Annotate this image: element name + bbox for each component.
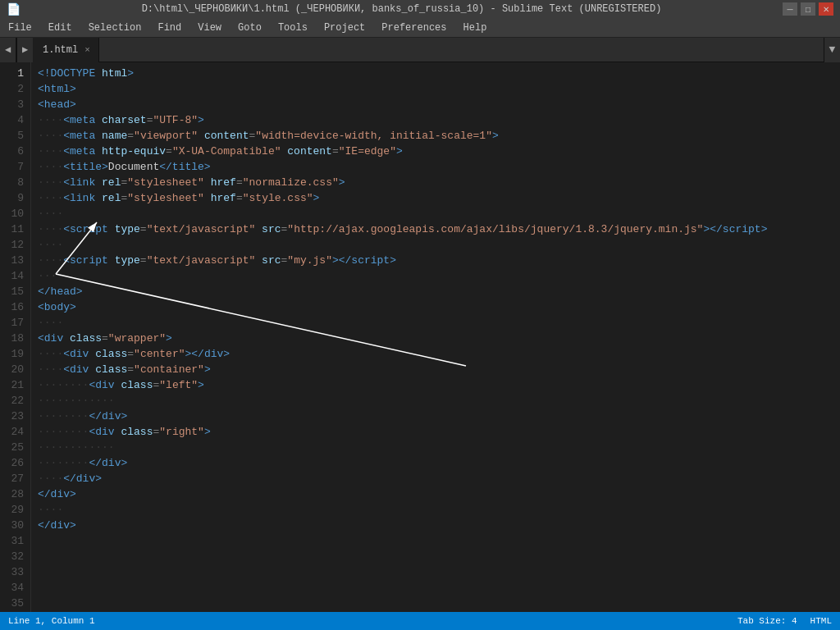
code-line-23: ········</div> [38,409,840,424]
tab-nav-right[interactable]: ▶ [16,38,33,62]
tab-dropdown[interactable]: ▼ [824,38,840,62]
line-num-9: 9 [3,190,24,206]
line-num-35: 35 [3,596,24,611]
maximize-button[interactable]: □ [801,2,815,16]
menu-bar: File Edit Selection Find View Goto Tools… [0,18,840,38]
line-num-6: 6 [3,144,24,159]
line-num-33: 33 [3,564,24,580]
menu-find[interactable]: Find [149,18,189,37]
code-line-6: ····<meta http-equiv="X-UA-Compatible" c… [38,144,840,159]
tab-size[interactable]: Tab Size: 4 [737,616,797,626]
code-line-7: ····<title>Document</title> [38,159,840,175]
line-num-1: 1 [3,66,24,81]
code-line-2: <html> [38,81,840,97]
menu-view[interactable]: View [189,18,230,37]
code-line-22: ············ [38,393,840,409]
line-num-21: 21 [3,377,24,393]
code-line-4: ····<meta charset="UTF-8"> [38,112,840,128]
code-line-14: ···· [38,268,840,284]
code-line-32 [38,549,840,564]
menu-file[interactable]: File [0,18,40,37]
line-num-8: 8 [3,175,24,190]
tab-label: 1.html [43,44,78,56]
code-line-21: ········<div class="left"> [38,377,840,393]
code-line-25: ············ [38,440,840,455]
code-area[interactable]: <!DOCTYPE html> <html> <head> ····<meta … [31,62,840,612]
line-num-26: 26 [3,455,24,471]
code-line-20: ····<div class="container"> [38,362,840,377]
title-bar-controls: ─ □ ✕ [783,2,833,16]
line-num-30: 30 [3,518,24,533]
title-bar: 📄 D:\html\_ЧЕРНОВИКИ\1.html (_ЧЕРНОВИКИ,… [0,0,840,18]
line-num-25: 25 [3,440,24,455]
code-line-9: ····<link rel="stylesheet" href="style.c… [38,190,840,206]
line-num-11: 11 [3,221,24,237]
menu-goto[interactable]: Goto [230,18,270,37]
line-num-23: 23 [3,409,24,424]
menu-selection[interactable]: Selection [80,18,150,37]
line-num-20: 20 [3,362,24,377]
code-line-19: ····<div class="center"></div> [38,346,840,362]
line-num-5: 5 [3,128,24,144]
line-num-29: 29 [3,502,24,518]
menu-help[interactable]: Help [455,18,495,37]
code-line-18: <div class="wrapper"> [38,331,840,346]
line-num-14: 14 [3,268,24,284]
cursor-position: Line 1, Column 1 [8,616,95,626]
code-line-30: </div> [38,518,840,533]
title-bar-title: D:\html\_ЧЕРНОВИКИ\1.html (_ЧЕРНОВИКИ, b… [21,3,783,15]
code-line-15: </head> [38,284,840,299]
menu-project[interactable]: Project [316,18,373,37]
line-numbers: 1 2 3 4 5 6 7 8 9 10 11 12 13 14 15 16 1… [0,62,31,612]
line-num-32: 32 [3,549,24,564]
code-line-17: ···· [38,315,840,331]
line-num-22: 22 [3,393,24,409]
status-right: Tab Size: 4 HTML [737,616,832,626]
tab-close-button[interactable]: × [84,45,90,55]
code-line-34 [38,580,840,596]
line-num-4: 4 [3,112,24,128]
code-line-13: ····<script type="text/javascript" src="… [38,253,840,268]
menu-edit[interactable]: Edit [40,18,80,37]
close-button[interactable]: ✕ [819,2,833,16]
tab-nav-left[interactable]: ◀ [0,38,16,62]
editor: 1 2 3 4 5 6 7 8 9 10 11 12 13 14 15 16 1… [0,62,840,612]
syntax-label[interactable]: HTML [810,616,832,626]
line-num-17: 17 [3,315,24,331]
line-num-3: 3 [3,97,24,112]
minimize-button[interactable]: ─ [783,2,797,16]
code-line-35 [38,596,840,611]
line-num-12: 12 [3,237,24,253]
line-num-7: 7 [3,159,24,175]
tab-1html[interactable]: 1.html × [33,38,99,62]
status-bar: Line 1, Column 1 Tab Size: 4 HTML [0,612,840,630]
code-line-27: ····</div> [38,471,840,486]
code-line-3: <head> [38,97,840,112]
code-line-26: ········</div> [38,455,840,471]
tab-bar: ◀ ▶ 1.html × ▼ [0,38,840,62]
code-line-8: ····<link rel="stylesheet" href="normali… [38,175,840,190]
line-num-2: 2 [3,81,24,97]
line-num-31: 31 [3,533,24,549]
code-line-33 [38,564,840,580]
code-line-28: </div> [38,486,840,502]
code-line-10: ···· [38,206,840,221]
menu-preferences[interactable]: Preferences [373,18,454,37]
line-num-13: 13 [3,253,24,268]
title-bar-icon: 📄 [7,2,21,16]
line-num-19: 19 [3,346,24,362]
line-num-24: 24 [3,424,24,440]
code-line-1: <!DOCTYPE html> [38,66,840,81]
code-line-16: <body> [38,299,840,315]
code-line-12: ···· [38,237,840,253]
line-num-27: 27 [3,471,24,486]
line-num-34: 34 [3,580,24,596]
line-num-18: 18 [3,331,24,346]
code-line-11: ····<script type="text/javascript" src="… [38,221,840,237]
code-line-31 [38,533,840,549]
code-line-24: ········<div class="right"> [38,424,840,440]
line-num-16: 16 [3,299,24,315]
line-num-28: 28 [3,486,24,502]
menu-tools[interactable]: Tools [270,18,316,37]
line-num-10: 10 [3,206,24,221]
